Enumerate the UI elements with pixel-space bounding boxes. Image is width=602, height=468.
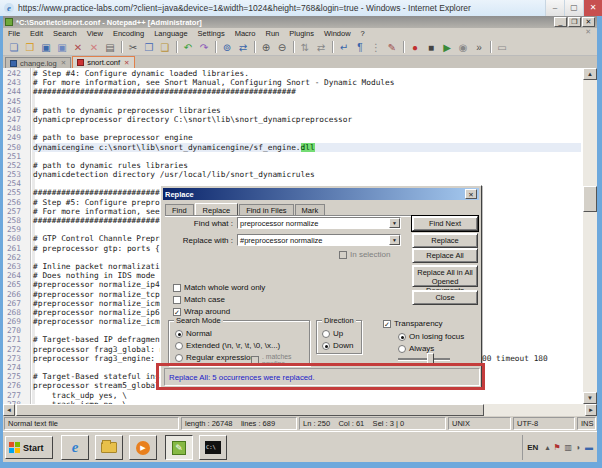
- taskbar-ie-button[interactable]: e: [61, 435, 89, 460]
- editor-line[interactable]: 246# path to dynamic preprocessor librar…: [3, 106, 581, 115]
- tab-close-icon[interactable]: ✕: [61, 59, 66, 67]
- horizontal-scrollbar[interactable]: ◄ ►: [3, 404, 597, 416]
- macro-play-icon[interactable]: ▶: [440, 40, 454, 54]
- search-mode-normal-radio[interactable]: Normal: [175, 329, 212, 338]
- editor-line[interactable]: 253dynamicdetection directory /usr/local…: [3, 170, 581, 179]
- zoom-out-icon[interactable]: ⊖: [275, 40, 289, 54]
- action-center-icon[interactable]: ⚑: [553, 443, 560, 452]
- open-file-icon[interactable]: ❒: [23, 40, 37, 54]
- replace-all-docs-button[interactable]: Replace All in All Opened Documents: [412, 265, 478, 287]
- indent-guide-icon[interactable]: ⋮: [369, 40, 383, 54]
- taskbar-explorer-button[interactable]: [95, 435, 123, 460]
- in-selection-checkbox-box[interactable]: [339, 251, 347, 259]
- user-define-dialog-icon[interactable]: ✎: [385, 40, 399, 54]
- editor-line[interactable]: 248: [3, 124, 581, 133]
- browser-maximize-button[interactable]: ▢: [564, 0, 583, 16]
- transparency-checkbox[interactable]: ✓ Transparency: [383, 319, 443, 328]
- editor-line[interactable]: 242# Step #4: Configure dynamic loaded l…: [3, 69, 581, 78]
- menu-[interactable]: ?: [356, 29, 370, 38]
- menu-run[interactable]: Run: [261, 29, 285, 38]
- taskbar-cmd-button[interactable]: C:\: [199, 435, 227, 460]
- scroll-down-icon[interactable]: ▼: [583, 392, 597, 404]
- editor-line[interactable]: 243# For more information, see Snort Man…: [3, 78, 581, 87]
- search-mode-regex-radio[interactable]: Regular expression: [175, 353, 255, 362]
- cut-icon[interactable]: ✂: [126, 40, 140, 54]
- browser-close-button[interactable]: ✕: [583, 0, 602, 16]
- transparency-always-radio[interactable]: Always: [398, 344, 434, 353]
- sync-horizontal-icon[interactable]: ⇄: [314, 40, 328, 54]
- macro-stop-icon[interactable]: ■: [424, 40, 438, 54]
- macro-save-icon[interactable]: ◉: [456, 40, 470, 54]
- editor-line[interactable]: 244#####################################…: [3, 87, 581, 96]
- replace-with-input[interactable]: #preprocessor normalize ▼: [237, 234, 401, 246]
- editor-line[interactable]: 250dynamicengine c:\snort\lib\snort_dyna…: [3, 143, 581, 152]
- notepad-minimize-button[interactable]: _: [554, 17, 567, 27]
- dialog-titlebar[interactable]: Replace ✕: [163, 188, 479, 200]
- network-icon[interactable]: ▥: [565, 443, 573, 452]
- paste-icon[interactable]: ❑: [158, 40, 172, 54]
- match-case-checkbox[interactable]: Match case: [173, 295, 225, 304]
- doc-tab-snort-conf[interactable]: snort.conf✕: [72, 56, 134, 68]
- scroll-left-icon[interactable]: ◄: [3, 404, 15, 416]
- editor-line[interactable]: 247dynamicpreprocessor directory C:\snor…: [3, 115, 581, 124]
- editor-line[interactable]: 251: [3, 152, 581, 161]
- copy-icon[interactable]: ❐: [142, 40, 156, 54]
- close-file-icon[interactable]: ✕: [71, 40, 85, 54]
- menu-macro[interactable]: Macro: [230, 29, 261, 38]
- remote-display-icon[interactable]: ▬: [585, 443, 593, 452]
- find-icon[interactable]: ⊚: [220, 40, 234, 54]
- show-all-chars-icon[interactable]: ¶: [353, 40, 367, 54]
- zoom-in-icon[interactable]: ⊕: [259, 40, 273, 54]
- direction-down-radio[interactable]: Down: [322, 341, 353, 350]
- tab-find[interactable]: Find: [165, 204, 194, 216]
- tab-replace[interactable]: Replace: [195, 203, 239, 217]
- print-icon[interactable]: ▤: [103, 40, 117, 54]
- notepad-restore-button[interactable]: ❐: [568, 17, 581, 27]
- menu-file[interactable]: File: [3, 29, 25, 38]
- doc-monitor-icon[interactable]: ▭: [495, 40, 509, 54]
- new-file-icon[interactable]: ❏: [7, 40, 21, 54]
- wrap-around-checkbox[interactable]: ✓ Wrap around: [173, 307, 230, 316]
- browser-minimize-button[interactable]: –: [545, 0, 564, 16]
- save-all-icon[interactable]: ▣: [55, 40, 69, 54]
- match-whole-word-checkbox[interactable]: Match whole word only: [173, 283, 265, 292]
- menu-search[interactable]: Search: [48, 29, 82, 38]
- tab-find-in-files[interactable]: Find in Files: [239, 204, 293, 216]
- sync-vertical-icon[interactable]: ⇅: [298, 40, 312, 54]
- menu-language[interactable]: Language: [149, 29, 192, 38]
- transparency-on-losing-radio[interactable]: On losing focus: [398, 332, 464, 341]
- scroll-right-icon[interactable]: ►: [585, 404, 597, 416]
- vertical-scroll-thumb[interactable]: [583, 186, 597, 212]
- menu-plugins[interactable]: Plugins: [284, 29, 319, 38]
- horizontal-scroll-thumb[interactable]: [16, 404, 484, 416]
- editor-line[interactable]: 245: [3, 97, 581, 106]
- show-hidden-icons-icon[interactable]: ▴: [545, 443, 549, 452]
- menu-window[interactable]: Window: [319, 29, 356, 38]
- replace-with-dropdown-icon[interactable]: ▼: [389, 235, 400, 245]
- editor-line[interactable]: 252# path to dynamic rules libraries: [3, 161, 581, 170]
- notepad-close-button[interactable]: ✕: [582, 17, 595, 27]
- macro-record-icon[interactable]: ●: [408, 40, 422, 54]
- taskbar-media-button[interactable]: ▶: [129, 435, 157, 460]
- transparency-slider-track[interactable]: [398, 358, 450, 360]
- volume-icon[interactable]: ◗: [576, 443, 581, 452]
- menu-encoding[interactable]: Encoding: [108, 29, 149, 38]
- dialog-close-button[interactable]: ✕: [465, 189, 477, 199]
- vertical-scrollbar[interactable]: ▲ ▼: [583, 68, 597, 404]
- editor-line[interactable]: 249# path to base preprocessor engine: [3, 133, 581, 142]
- macro-run-multi-icon[interactable]: »: [472, 40, 486, 54]
- search-mode-extended-radio[interactable]: Extended (\n, \r, \t, \0, \x...): [175, 341, 280, 350]
- find-what-input[interactable]: preprocessor normalize ▼: [237, 217, 401, 229]
- menu-view[interactable]: View: [82, 29, 108, 38]
- replace-icon[interactable]: ⇄: [236, 40, 250, 54]
- start-button[interactable]: Start: [5, 436, 53, 459]
- taskbar-notepad-button[interactable]: ✎: [165, 435, 193, 460]
- scroll-up-icon[interactable]: ▲: [583, 68, 597, 80]
- close-all-icon[interactable]: ✕: [87, 40, 101, 54]
- redo-icon[interactable]: ↷: [197, 40, 211, 54]
- replace-button[interactable]: Replace: [412, 233, 478, 248]
- find-next-button[interactable]: Find Next: [412, 216, 478, 231]
- language-indicator[interactable]: EN: [527, 443, 538, 452]
- document-close-icon[interactable]: ✕: [585, 28, 591, 36]
- tab-close-icon[interactable]: ✕: [124, 59, 129, 67]
